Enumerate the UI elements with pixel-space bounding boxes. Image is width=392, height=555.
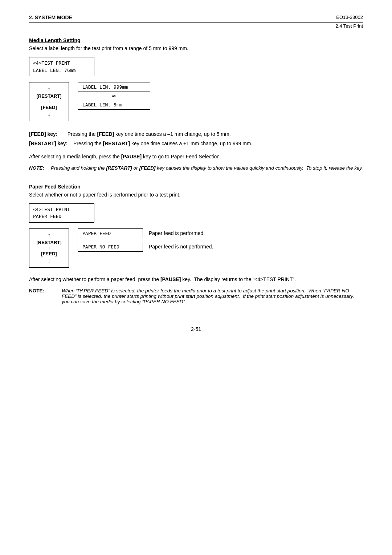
media-diagram: ↑ [RESTART] [FEED] ↓ LABEL LEN. 999mm ≈ …	[29, 82, 363, 121]
pf-option1-row: PAPER FEED Paper feed is performed.	[78, 228, 213, 238]
wavy-icon: ≈	[78, 92, 150, 100]
pf-note-block: NOTE: When “PAPER FEED” is selected, the…	[29, 288, 363, 304]
page-number: 2-51	[29, 326, 363, 332]
page: 2. SYSTEM MODE EO13-33002 2.4 Test Print…	[0, 0, 392, 555]
pf-control-box: ↑ [RESTART] [FEED] ↓	[29, 228, 69, 268]
pf-option2-row: PAPER NO FEED Paper feed is not performe…	[78, 242, 213, 252]
down-arrow-icon: ↓	[48, 112, 50, 117]
restart-key-desc: [RESTART] key: Pressing the [RESTART] ke…	[29, 139, 363, 147]
pf-display-line2: PAPER FEED	[33, 213, 90, 220]
label-min: LABEL LEN. 5mm	[78, 100, 150, 110]
chapter-title: 2. SYSTEM MODE	[29, 15, 72, 20]
control-box: ↑ [RESTART] [FEED] ↓	[29, 82, 69, 121]
restart-label: [RESTART]	[36, 93, 61, 99]
pf-note-label: NOTE:	[29, 288, 44, 293]
pf-feed-label: [FEED]	[41, 251, 57, 256]
media-length-section: Media Length Setting Select a label leng…	[29, 37, 363, 171]
value-labels: LABEL LEN. 999mm ≈ LABEL LEN. 5mm	[78, 82, 150, 110]
pf-option1-label: PAPER FEED	[78, 228, 143, 238]
pause-note: After selecting a media length, press th…	[29, 154, 363, 159]
media-display-box: <4>TEST PRINT LABEL LEN. 76mm	[29, 57, 94, 76]
header-divider	[29, 22, 363, 23]
vline-top	[49, 100, 49, 103]
pf-display-line1: <4>TEST PRINT	[33, 206, 90, 213]
pf-restart-label: [RESTART]	[36, 240, 61, 245]
feed-label: [FEED]	[41, 105, 57, 110]
pf-note-text: When “PAPER FEED” is selected, the print…	[62, 288, 354, 304]
note-text: Pressing and holding the [RESTART] or [F…	[51, 165, 363, 171]
display-line1: <4>TEST PRINT	[33, 60, 90, 67]
feed-key-detail: Pressing the [FEED] key one time causes …	[68, 131, 231, 137]
pf-option2-desc: Paper feed is not performed.	[149, 244, 213, 250]
key-desc-block: [FEED] key: Pressing the [FEED] key one …	[29, 130, 363, 148]
pf-display-box: <4>TEST PRINT PAPER FEED	[29, 203, 94, 223]
paper-feed-desc: Select whether or not a paper feed is pe…	[29, 192, 363, 198]
up-arrow-icon: ↑	[48, 86, 50, 92]
label-max: LABEL LEN. 999mm	[78, 82, 150, 92]
pf-down-arrow-icon: ↓	[48, 258, 50, 264]
paper-feed-section: Paper Feed Selection Select whether or n…	[29, 184, 363, 304]
restart-key-detail: Pressing the [RESTART] key one time caus…	[73, 141, 252, 146]
display-line2: LABEL LEN. 76mm	[33, 67, 90, 74]
media-length-title: Media Length Setting	[29, 37, 363, 43]
pf-up-arrow-icon: ↑	[48, 232, 50, 238]
doc-number: EO13-33002	[336, 15, 363, 20]
feed-key-desc: [FEED] key: Pressing the [FEED] key one …	[29, 130, 363, 138]
note-block: NOTE: Pressing and holding the [RESTART]…	[29, 165, 363, 171]
pf-footer-note: After selecting whether to perform a pap…	[29, 276, 363, 282]
section-number: 2.4 Test Print	[29, 23, 363, 29]
feed-key-label: [FEED] key:	[29, 131, 58, 137]
note-label: NOTE:	[29, 165, 44, 171]
pf-diagram: ↑ [RESTART] [FEED] ↓ PAPER FEED Paper fe…	[29, 228, 363, 268]
paper-feed-title: Paper Feed Selection	[29, 184, 363, 190]
page-header: 2. SYSTEM MODE EO13-33002	[29, 15, 363, 20]
pf-vline	[49, 247, 49, 250]
pf-option1-desc: Paper feed is performed.	[149, 230, 205, 236]
pf-option2-label: PAPER NO FEED	[78, 242, 143, 252]
pf-options: PAPER FEED Paper feed is performed. PAPE…	[78, 228, 213, 255]
media-length-desc: Select a label length for the test print…	[29, 45, 363, 51]
restart-key-label: [RESTART] key:	[29, 141, 68, 146]
